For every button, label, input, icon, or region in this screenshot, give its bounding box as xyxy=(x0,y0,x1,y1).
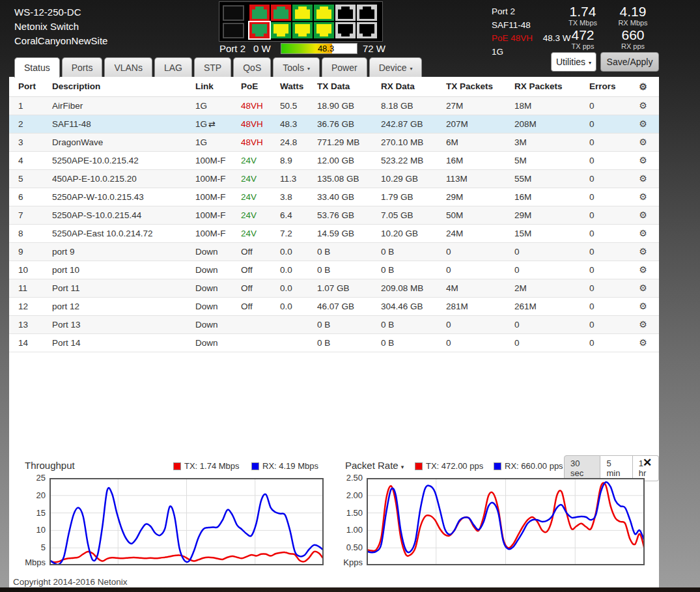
cell-poe: 24V xyxy=(232,151,271,169)
port-3[interactable] xyxy=(271,5,291,21)
cell-tx-data: 0 B xyxy=(308,242,372,261)
tab-tools[interactable]: Tools▾ xyxy=(273,57,320,77)
table-row-port-5[interactable]: 5450AP-E-10.0.215.20100M-F24V11.3135.08 … xyxy=(9,169,659,188)
cell-errors: 0 xyxy=(580,133,627,151)
table-row-port-2[interactable]: 2SAF11-481G⇄48VH48.336.76 GB242.87 GB207… xyxy=(9,115,659,133)
cell-poe: 48VH xyxy=(232,133,271,151)
range-button-30-sec[interactable]: 30 sec xyxy=(564,455,600,481)
tab-device[interactable]: Device▾ xyxy=(369,57,423,77)
table-row-port-9[interactable]: 9port 9DownOff0.00 B0 B000⚙ xyxy=(9,242,659,261)
sfp-slot[interactable] xyxy=(223,23,244,38)
table-row-port-7[interactable]: 75250AP-S-10.0.215.44100M-F24V6.453.76 G… xyxy=(9,206,659,224)
table-row-port-14[interactable]: 14Port 14Down0 B0 B000⚙ xyxy=(9,333,659,352)
port-7[interactable] xyxy=(314,5,334,21)
cell-tx-data: 18.90 GB xyxy=(308,96,372,115)
table-row-port-8[interactable]: 85250AP-East 10.0.214.72100M-F24V7.214.5… xyxy=(9,224,659,242)
netonix-switch-ui: WS-12-250-DC Netonix Switch CoralCanyonN… xyxy=(0,0,700,592)
cell-rx-packets: 208M xyxy=(505,115,580,133)
port-1-gear-icon[interactable]: ⚙ xyxy=(627,96,659,115)
port-7-jack-icon xyxy=(316,7,331,19)
cell-port: 9 xyxy=(9,242,43,261)
port-7-gear-icon[interactable]: ⚙ xyxy=(627,206,659,224)
port-5[interactable] xyxy=(292,5,313,21)
column-header-errors: Errors xyxy=(580,77,627,96)
throughput-chart-plot xyxy=(49,478,324,565)
cell-rx-packets: 0 xyxy=(505,333,580,352)
port-11-gear-icon[interactable]: ⚙ xyxy=(627,279,659,297)
device-site-name: CoralCanyonNewSite xyxy=(14,34,107,48)
tab-vlans[interactable]: VLANs xyxy=(104,57,152,77)
tab-status[interactable]: Status xyxy=(14,57,60,78)
port-6-gear-icon[interactable]: ⚙ xyxy=(627,188,659,206)
cell-rx-data: 0 B xyxy=(372,315,437,333)
cell-errors: 0 xyxy=(580,279,627,297)
port-11[interactable] xyxy=(357,5,377,21)
tab-qos[interactable]: QoS xyxy=(233,57,271,77)
cell-poe: 24V xyxy=(232,206,271,224)
cell-description: SAF11-48 xyxy=(43,115,186,133)
port-5-gear-icon[interactable]: ⚙ xyxy=(627,169,659,188)
port-3-gear-icon[interactable]: ⚙ xyxy=(627,133,659,151)
port-1[interactable] xyxy=(249,5,270,21)
table-row-port-11[interactable]: 11Port 11DownOff0.01.07 GB209.08 MB4M2M0… xyxy=(9,279,659,297)
cell-rx-data: 270.10 MB xyxy=(372,133,437,151)
table-row-port-1[interactable]: 1AirFiber1G48VH50.518.90 GB8.18 GB27M18M… xyxy=(9,96,659,115)
port-10[interactable] xyxy=(335,22,356,38)
port-13-gear-icon[interactable]: ⚙ xyxy=(627,315,659,333)
tab-power[interactable]: Power xyxy=(322,57,367,77)
port-10-jack-icon xyxy=(338,24,353,36)
device-identity: WS-12-250-DC Netonix Switch CoralCanyonN… xyxy=(14,5,107,48)
port-8[interactable] xyxy=(314,22,334,38)
port-4-gear-icon[interactable]: ⚙ xyxy=(627,151,659,169)
column-header-port: Port xyxy=(9,77,43,96)
cell-tx-packets: 113M xyxy=(437,169,505,188)
tab-lag[interactable]: LAG xyxy=(154,57,192,77)
port-4[interactable] xyxy=(271,22,291,38)
cell-rx-packets: 3M xyxy=(505,133,580,151)
device-model: WS-12-250-DC xyxy=(14,5,107,20)
cell-watts xyxy=(271,315,308,333)
table-row-port-13[interactable]: 13Port 13Down0 B0 B000⚙ xyxy=(9,315,659,333)
port-10-gear-icon[interactable]: ⚙ xyxy=(627,261,659,279)
rx-legend-swatch xyxy=(251,462,259,470)
packet-rate-chart-title[interactable]: Packet Rate▾ xyxy=(345,460,404,471)
port-5-jack-icon xyxy=(295,7,310,19)
cell-errors: 0 xyxy=(580,188,627,206)
cell-poe: 24V xyxy=(232,188,271,206)
tab-stp[interactable]: STP xyxy=(194,57,231,77)
port-9-gear-icon[interactable]: ⚙ xyxy=(627,242,659,261)
table-row-port-3[interactable]: 3DragonWave1G48VH24.8771.29 MB270.10 MB6… xyxy=(9,133,659,151)
cell-tx-packets: 27M xyxy=(437,96,505,115)
utilities-button[interactable]: Utilities▾ xyxy=(551,52,596,72)
throughput-chart-svg xyxy=(49,478,324,565)
save-apply-button[interactable]: Save/Apply xyxy=(600,52,659,72)
port-9[interactable] xyxy=(335,5,356,21)
close-charts-icon[interactable]: ✕ xyxy=(643,456,652,470)
port-14-gear-icon[interactable]: ⚙ xyxy=(627,333,659,352)
tab-ports[interactable]: Ports xyxy=(62,57,103,77)
range-button-5-min[interactable]: 5 min xyxy=(600,455,632,481)
y-axis-tick: 15 xyxy=(20,508,46,518)
gear-icon[interactable]: ⚙ xyxy=(627,77,659,96)
port-2[interactable] xyxy=(249,22,270,38)
table-row-port-10[interactable]: 10port 10DownOff0.00 B0 B000⚙ xyxy=(9,261,659,279)
table-row-port-12[interactable]: 12port 12DownOff0.046.07 GB304.46 GB281M… xyxy=(9,297,659,315)
table-row-port-4[interactable]: 45250APE-10.0.215.42100M-F24V8.912.00 GB… xyxy=(9,151,659,169)
table-row-port-6[interactable]: 65250AP-W-10.0.215.43100M-F24V3.833.40 G… xyxy=(9,188,659,206)
cell-rx-data: 8.18 GB xyxy=(372,96,437,115)
port-12[interactable] xyxy=(357,22,377,38)
column-header-link: Link xyxy=(186,77,232,96)
y-axis-tick: 1.50 xyxy=(337,508,363,518)
port-2-gear-icon[interactable]: ⚙ xyxy=(627,115,659,133)
cell-tx-packets: 50M xyxy=(437,206,505,224)
port-6[interactable] xyxy=(292,22,313,38)
cell-rx-data: 10.29 GB xyxy=(372,169,437,188)
packet-rate-chart-plot xyxy=(367,478,645,565)
cell-rx-packets: 0 xyxy=(505,242,580,261)
stat-tx-pps: 472 TX pps xyxy=(559,28,607,50)
port-12-gear-icon[interactable]: ⚙ xyxy=(627,297,659,315)
sfp-slot[interactable] xyxy=(223,5,244,21)
cell-port: 3 xyxy=(9,133,43,151)
port-8-gear-icon[interactable]: ⚙ xyxy=(627,224,659,242)
poe-power-bar: 48.3 xyxy=(281,43,357,54)
